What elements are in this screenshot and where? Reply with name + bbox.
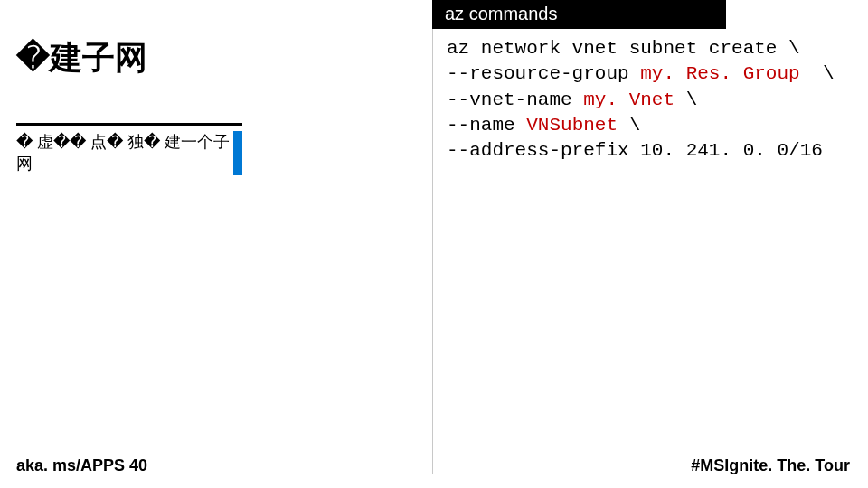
footer-hashtag: #MSIgnite. The. Tour xyxy=(691,456,850,475)
code-line-4-cmd: --name xyxy=(447,115,526,136)
code-block: az network vnet subnet create \ --resour… xyxy=(447,36,863,164)
code-line-1: az network vnet subnet create \ xyxy=(447,38,800,59)
code-line-4-arg: VNSubnet xyxy=(526,115,618,136)
code-line-2-cmd: --resource-group xyxy=(447,63,640,84)
vertical-divider xyxy=(432,27,433,474)
code-line-2-arg: my. Res. Group xyxy=(640,63,811,84)
code-line-3-tail: \ xyxy=(675,89,697,110)
code-line-4-tail: \ xyxy=(618,115,640,136)
code-line-3-arg: my. Vnet xyxy=(583,89,675,110)
code-line-2-tail: \ xyxy=(811,63,834,84)
subtitle-rule xyxy=(16,123,242,126)
subtitle-block: � 虚�� 点� 独� 建一个子网 xyxy=(16,123,242,175)
subtitle-text: � 虚�� 点� 独� 建一个子网 xyxy=(16,131,242,175)
footer-link[interactable]: aka. ms/APPS 40 xyxy=(16,456,147,475)
slide-title: �建子网 xyxy=(16,36,147,80)
slide: �建子网 � 虚�� 点� 独� 建一个子网 az commands az ne… xyxy=(0,0,868,488)
code-line-3-cmd: --vnet-name xyxy=(447,89,583,110)
terminal-header: az commands xyxy=(432,0,726,29)
code-line-5: --address-prefix 10. 241. 0. 0/16 xyxy=(447,140,823,161)
